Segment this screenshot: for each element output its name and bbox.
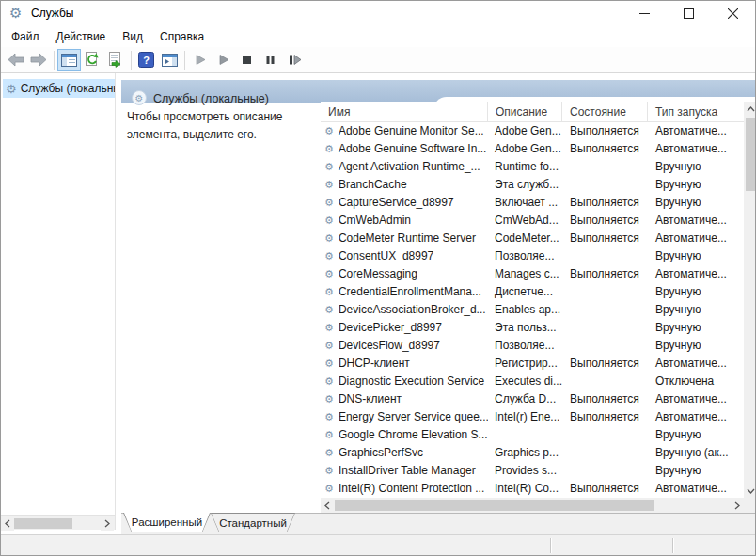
service-row[interactable]: ⚙ DNS-клиент Служба D... Выполняется Авт… [321,390,744,408]
status-bar [1,534,755,555]
minimize-button[interactable] [622,1,667,25]
service-name-cell: ⚙ DNS-клиент [321,390,488,408]
status-bar-divider [672,538,673,553]
service-name: CoreMessaging [339,265,417,283]
service-row[interactable]: ⚙ DevicesFlow_d8997 Позволяе... Вручную [321,337,744,355]
service-row[interactable]: ⚙ InstallDriver Table Manager Provides s… [321,462,744,480]
service-row[interactable]: ⚙ CmWebAdmin CmWebAd... Выполняется Авто… [321,212,744,230]
service-description: Диспетче... [488,283,562,301]
start-service-icon[interactable] [188,49,212,71]
service-row[interactable]: ⚙ Agent Activation Runtime_... Runtime f… [321,158,744,176]
resume-service-icon[interactable] [212,49,235,71]
service-row[interactable]: ⚙ DevicePicker_d8997 Эта польз... Вручну… [321,319,744,337]
scroll-right-icon[interactable] [101,516,114,531]
service-row[interactable]: ⚙ CoreMessaging Manages c... Выполняется… [321,265,744,283]
service-description: Runtime fo... [488,158,562,176]
tree-scrollbar-thumb[interactable] [14,518,72,529]
service-row[interactable]: ⚙ Google Chrome Elevation S... Вручную [321,426,744,444]
service-row[interactable]: ⚙ Intel(R) Content Protection ... Intel(… [321,480,744,498]
maximize-button[interactable] [667,1,711,25]
service-startup-type: Вручную [648,301,744,319]
forward-icon[interactable] [27,49,51,71]
service-description: CmWebAd... [488,212,562,230]
back-icon[interactable] [4,49,27,71]
column-header-status[interactable]: Состояние [562,102,648,122]
menu-action[interactable]: Действие [48,27,115,46]
service-name-cell: ⚙ CmWebAdmin [321,212,488,230]
column-header-startup-type[interactable]: Тип запуска [648,102,744,122]
scroll-up-icon[interactable] [744,102,756,116]
service-startup-type: Вручную [648,283,744,301]
pause-service-icon[interactable] [259,49,282,71]
restart-service-icon[interactable] [282,49,306,71]
menu-help[interactable]: Справка [151,27,213,46]
menu-view[interactable]: Вид [114,27,151,46]
service-row[interactable]: ⚙ Adobe Genuine Monitor Se... Adobe Gen.… [321,122,744,140]
scroll-down-icon[interactable] [744,484,756,498]
service-row[interactable]: ⚙ GraphicsPerfSvc Graphics p... Вручную … [321,444,744,462]
service-row[interactable]: ⚙ DeviceAssociationBroker_d... Enables a… [321,301,744,319]
status-bar-divider [550,538,551,553]
service-name: Intel(R) Content Protection ... [339,480,484,498]
service-row[interactable]: ⚙ CredentialEnrollmentMana... Диспетче..… [321,283,744,301]
service-description: Enables ap... [488,301,562,319]
service-row[interactable]: ⚙ BranchCache Эта служб... Вручную [321,176,744,194]
service-row[interactable]: ⚙ Diagnostic Execution Service Executes … [321,373,744,390]
menu-file[interactable]: Файл [3,27,48,46]
menu-bar: Файл Действие Вид Справка [1,25,755,47]
close-button[interactable] [711,1,755,25]
service-gear-icon: ⚙ [324,337,334,355]
scrollbar-corner [744,498,756,513]
service-name: GraphicsPerfSvc [339,444,423,462]
show-console-tree-icon[interactable] [57,49,81,71]
help-icon[interactable]: ? [134,49,158,71]
service-status: Выполняется [562,265,648,283]
service-name: Google Chrome Elevation S... [339,426,488,444]
stop-service-icon[interactable] [235,49,259,71]
service-status: Выполняется [562,390,648,408]
service-startup-type: Вручную [648,247,744,265]
service-name: DNS-клиент [339,390,402,408]
list-vertical-scrollbar[interactable] [744,102,756,498]
service-row[interactable]: ⚙ Adobe Genuine Software In... Adobe Gen… [321,140,744,158]
list-horizontal-scrollbar[interactable] [321,498,744,513]
pane-splitter[interactable] [115,73,116,530]
toolbar-separator [184,51,185,70]
tree-item-services-local[interactable]: ⚙ Службы (локальные) [3,79,115,98]
service-name: ConsentUX_d8997 [339,247,433,265]
service-description: Intel(R) Co... [488,480,562,498]
toolbar-separator [131,51,132,70]
column-header-name[interactable]: Имя [321,102,488,122]
service-name: DeviceAssociationBroker_d... [339,301,486,319]
service-startup-type: Автоматиче... [648,140,744,158]
scroll-right-icon[interactable] [731,499,744,513]
service-row[interactable]: ⚙ DHCP-клиент Регистрир... Выполняется А… [321,355,744,373]
scroll-left-icon[interactable] [1,516,14,531]
service-startup-type: Вручную [648,337,744,355]
tab-extended[interactable]: Расширенный [123,513,211,532]
service-status: Выполняется [562,480,648,498]
service-description: CodeMeter... [488,230,562,247]
vertical-scrollbar-thumb[interactable] [746,118,755,191]
service-status [562,373,648,390]
column-header-description[interactable]: Описание [488,102,562,122]
description-hint-text: Чтобы просмотреть описание элемента, выд… [127,108,313,144]
service-gear-icon: ⚙ [324,194,334,212]
show-action-pane-icon[interactable] [158,49,181,71]
service-row[interactable]: ⚙ ConsentUX_d8997 Позволяе... Вручную [321,247,744,265]
window-title: Службы [31,7,73,20]
refresh-icon[interactable] [81,49,104,71]
service-row[interactable]: ⚙ CaptureService_d8997 Включает ... Выпо… [321,194,744,212]
service-name-cell: ⚙ DevicePicker_d8997 [321,319,488,337]
tab-standard[interactable]: Стандартный [211,513,295,532]
scroll-left-icon[interactable] [321,499,334,513]
service-row[interactable]: ⚙ CodeMeter Runtime Server CodeMeter... … [321,230,744,247]
tree-horizontal-scrollbar[interactable] [1,515,115,530]
service-row[interactable]: ⚙ Energy Server Service quee... Intel(r)… [321,408,744,426]
horizontal-scrollbar-thumb[interactable] [335,500,654,511]
service-name: BranchCache [339,176,407,194]
toolbar: ? [1,47,755,73]
service-name-cell: ⚙ DevicesFlow_d8997 [321,337,488,355]
export-list-icon[interactable] [104,49,128,71]
service-description: Intel(r) Ene... [488,408,562,426]
